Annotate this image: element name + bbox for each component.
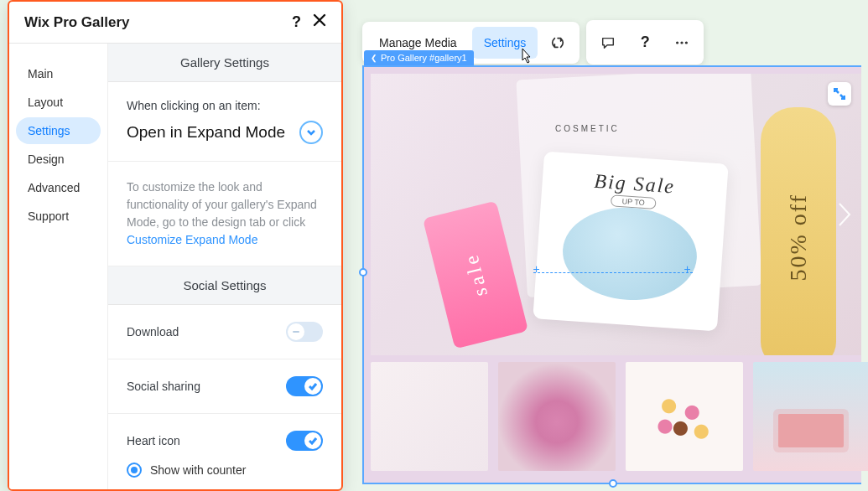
sidebar-item-settings[interactable]: Settings [16, 117, 101, 144]
sidebar-item-main[interactable]: Main [16, 60, 101, 87]
svg-point-2 [685, 41, 688, 44]
chevron-left-icon: ❮ [371, 54, 377, 62]
animation-icon[interactable] [541, 27, 574, 59]
expand-mode-hint: To customize the look and functionality … [127, 178, 323, 249]
gallery-main-image[interactable]: COSMETIC Big Sale UP TO sale 50% off [371, 74, 861, 355]
help-icon[interactable]: ? [628, 25, 662, 59]
click-behavior-select[interactable]: Open in Expand Mode [127, 121, 323, 144]
breadcrumb[interactable]: ❮ Pro Gallery #gallery1 [364, 49, 474, 65]
chevron-down-icon[interactable] [299, 121, 323, 144]
panel-title: Wix Pro Gallery [24, 14, 130, 31]
heart-icon-toggle[interactable] [286, 431, 323, 451]
image-text-cosmetic: COSMETIC [555, 124, 620, 133]
radio-icon [127, 463, 142, 478]
sidebar-item-design[interactable]: Design [16, 146, 101, 173]
thumbnail[interactable] [626, 362, 743, 471]
click-behavior-value: Open in Expand Mode [127, 123, 285, 142]
panel-header: Wix Pro Gallery ? [9, 2, 341, 44]
next-arrow[interactable] [831, 194, 858, 235]
svg-point-0 [676, 41, 678, 44]
thumbnail[interactable] [371, 362, 488, 471]
social-sharing-toggle[interactable] [286, 376, 323, 396]
gallery-component[interactable]: ❮ Pro Gallery #gallery1 COSMETIC Big Sal… [362, 65, 861, 484]
sidebar-item-layout[interactable]: Layout [16, 89, 101, 116]
gallery-thumbnails [371, 362, 861, 473]
thumbnail[interactable] [498, 362, 616, 471]
resize-handle-left[interactable] [359, 268, 367, 277]
settings-panel: Wix Pro Gallery ? Main Layout Settings D… [8, 0, 343, 491]
social-sharing-label: Social sharing [127, 380, 200, 393]
section-social-settings: Social Settings [108, 266, 341, 305]
heart-icon-label: Heart icon [127, 434, 180, 447]
image-text-fifty: 50% off [785, 194, 812, 281]
sidebar-item-support[interactable]: Support [16, 203, 101, 230]
sidebar-item-advanced[interactable]: Advanced [16, 174, 101, 201]
svg-point-1 [681, 41, 683, 44]
click-behavior-label: When clicking on an item: [127, 99, 323, 112]
resize-handle-bottom[interactable] [609, 479, 617, 488]
breadcrumb-label: Pro Gallery #gallery1 [381, 53, 467, 63]
panel-sidebar: Main Layout Settings Design Advanced Sup… [9, 44, 108, 489]
help-icon[interactable]: ? [292, 13, 301, 31]
comment-icon[interactable] [591, 25, 625, 59]
customize-expand-mode-link[interactable]: Customize Expand Mode [127, 233, 257, 246]
thumbnail[interactable] [753, 362, 868, 471]
section-gallery-settings: Gallery Settings [108, 44, 341, 82]
more-icon[interactable] [665, 25, 699, 59]
close-icon[interactable] [313, 13, 326, 31]
download-toggle[interactable] [286, 322, 323, 342]
settings-button[interactable]: Settings [472, 27, 538, 59]
image-text-sale: sale [459, 251, 491, 299]
download-label: Download [127, 325, 179, 339]
heart-option-label: Show with counter [150, 463, 246, 477]
expand-button[interactable] [828, 82, 851, 106]
heart-option-show-with-counter[interactable]: Show with counter [108, 459, 341, 489]
panel-content[interactable]: Gallery Settings When clicking on an ite… [108, 44, 341, 489]
alignment-guide: ++ [533, 272, 693, 273]
